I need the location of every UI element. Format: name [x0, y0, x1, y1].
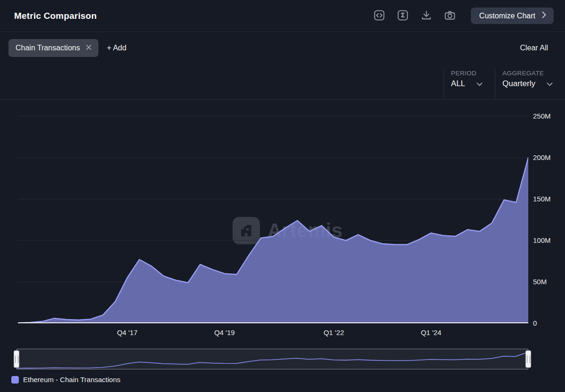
customize-chart-label: Customize Chart	[479, 12, 535, 20]
x-tick-label: Q1 '24	[412, 328, 450, 336]
y-tick-label: 150M	[533, 195, 551, 203]
period-value: ALL	[451, 79, 465, 88]
screenshot-button[interactable]	[444, 9, 457, 23]
customize-chart-button[interactable]: Customize Chart	[471, 8, 554, 24]
brush-series-line	[17, 352, 528, 368]
aggregate-value: Quarterly	[502, 79, 535, 88]
brush-mini-chart	[17, 349, 528, 369]
brush-handle-left[interactable]	[14, 351, 19, 368]
aggregate-label: AGGREGATE	[502, 70, 553, 77]
metric-chip[interactable]: Chain Transactions	[8, 39, 98, 57]
x-tick-label: Q4 '19	[206, 328, 243, 336]
y-tick-label: 50M	[533, 278, 547, 286]
svg-text:Σ: Σ	[401, 11, 405, 19]
y-tick-label: 0	[533, 319, 537, 327]
sum-button[interactable]: Σ	[396, 9, 410, 23]
sigma-icon: Σ	[396, 9, 409, 23]
transactions-area-chart[interactable]	[18, 100, 528, 323]
chevron-down-icon	[547, 79, 553, 88]
topbar-actions: Σ	[373, 8, 554, 24]
close-icon	[86, 44, 92, 52]
filter-bar: Chain Transactions + Add Clear All	[0, 32, 565, 64]
embed-code-button[interactable]	[373, 9, 386, 23]
x-axis: Q4 '17Q4 '19Q1 '22Q1 '24	[0, 328, 565, 340]
legend-swatch	[11, 376, 19, 384]
chevron-right-icon	[542, 11, 546, 20]
download-button[interactable]	[420, 9, 433, 23]
chevron-down-icon	[476, 79, 483, 88]
aggregate-dropdown[interactable]: AGGREGATE Quarterly	[495, 68, 565, 99]
y-tick-label: 200M	[533, 153, 551, 161]
x-tick-label: Q4 '17	[108, 328, 146, 336]
metric-comparison-app: Metric Comparison Σ	[0, 0, 565, 392]
chart-area: Artemis 050M100M150M200M250M Q4 '17Q4 '1…	[0, 100, 565, 346]
clear-all-button[interactable]: Clear All	[520, 44, 548, 52]
x-tick-label: Q1 '22	[315, 328, 353, 336]
y-tick-label: 100M	[533, 236, 551, 244]
embed-code-icon	[373, 9, 386, 23]
topbar: Metric Comparison Σ	[0, 0, 565, 32]
period-label: PERIOD	[451, 70, 483, 77]
add-metric-button[interactable]: + Add	[107, 44, 126, 52]
brush-handle-right[interactable]	[525, 351, 531, 368]
y-axis: 050M100M150M200M250M	[533, 100, 563, 323]
controls-row: PERIOD ALL AGGREGATE Quarterly	[0, 64, 565, 100]
legend-item-ethereum[interactable]: Ethereum - Chain Transactions	[11, 376, 121, 384]
download-icon	[420, 9, 433, 23]
metric-chip-label: Chain Transactions	[16, 44, 80, 52]
metric-chip-remove-button[interactable]	[86, 44, 92, 52]
camera-icon	[444, 9, 456, 23]
legend-label: Ethereum - Chain Transactions	[23, 376, 121, 384]
y-tick-label: 250M	[533, 112, 551, 120]
page-title: Metric Comparison	[14, 11, 97, 21]
period-dropdown[interactable]: PERIOD ALL	[444, 68, 495, 99]
time-range-brush[interactable]	[16, 349, 528, 369]
